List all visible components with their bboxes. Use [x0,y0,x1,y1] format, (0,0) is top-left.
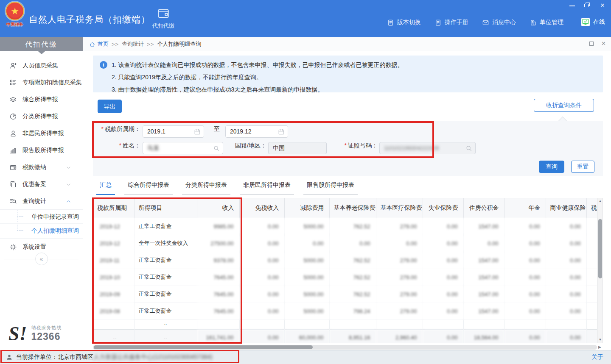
column-header[interactable]: 所得项目 [134,198,197,218]
summary-cell: 0.00 [504,329,546,343]
pane-maximize-icon[interactable] [589,42,594,46]
tab-withholding[interactable]: 代扣代缴 [146,7,180,30]
sidebar-item-special-deduction[interactable]: 专项附加扣除信息采集 [0,74,83,91]
person-icon [9,130,17,137]
table-cell: 0.00 [239,218,284,235]
vertical-scroll-thumb[interactable] [598,219,602,278]
menu-manual[interactable]: 操作手册 [434,19,468,26]
table-cell: 正常工资薪金 [134,218,197,235]
sidebar-item-label: 人员信息采集 [22,62,77,69]
table-row[interactable]: 2019-12正常工资薪金9985.000.005000.00762.52279… [93,218,597,235]
period-to-input[interactable]: 2019.12 [225,125,288,138]
breadcrumb-separator: >> [112,41,119,47]
column-header[interactable]: 失业保险费 [423,198,463,218]
about-link[interactable]: 关于 [591,353,603,361]
hotline-mark: S! [8,325,27,342]
scroll-up-icon[interactable]: ▲ [598,198,603,204]
table-cell: 0.00 [463,235,504,252]
restore-button[interactable] [584,3,590,7]
breadcrumb-current: 个人扣缴明细查询 [157,40,201,48]
close-button[interactable]: ✕ [599,3,606,8]
table-row[interactable]: 2019-12全年一次性奖金收入27500.000.000.000.000.00… [93,235,597,252]
name-input[interactable]: 马某 [143,142,223,154]
table-cell: 279.00 [376,252,423,269]
scroll-right-icon[interactable]: ▶ [598,345,601,350]
table-cell: 正常工资薪金 [134,286,197,303]
notice-box: i 1. 该查询统计表仅能查询已申报成功的数据，不包含未申报、申报失败，已申报但… [93,56,603,92]
table-row[interactable]: 2019-11正常工资薪金9378.000.005000.00762.52279… [93,252,597,269]
doc-icon [434,19,442,26]
column-header[interactable]: 基本医疗保险费 [376,198,423,218]
building-icon [530,19,537,26]
table-cell: 0.00 [546,235,586,252]
scroll-down-icon[interactable]: ▼ [598,337,603,343]
doc-icon [387,19,394,26]
breadcrumb-home[interactable]: 首页 [98,40,109,48]
tab-restricted[interactable]: 限售股所得申报表 [303,181,358,195]
collapse-query-button[interactable]: 收折查询条件 [534,99,594,112]
table-cell: 全年一次性奖金收入 [134,235,197,252]
sidebar-item-nonresident[interactable]: 非居民所得申报 [0,125,83,142]
table-cell: 正常工资薪金 [134,303,197,320]
table-header-row: 税款所属期所得项目收入免税收入减除费用基本养老保险费基本医疗保险费失业保险费住房… [93,198,597,218]
name-label: *姓名： [93,142,140,150]
sidebar-item-classified[interactable]: 分类所得申报 [0,108,83,125]
column-header[interactable]: 税款所属期 [93,198,134,218]
sidebar-subitem-unit-records[interactable]: 单位申报记录查询 [0,210,83,224]
tab-summary[interactable]: 汇总 [96,181,115,195]
table-cell: 7645.00 [197,286,239,303]
table-cell: 0.00 [423,286,463,303]
column-header[interactable]: 住房公积金 [463,198,504,218]
column-header[interactable]: 收入 [197,198,239,218]
column-header[interactable]: 免税收入 [239,198,284,218]
column-header[interactable]: 基本养老保险费 [329,198,376,218]
sidebar-item-personnel[interactable]: 人员信息采集 [0,57,83,74]
table-row[interactable]: 2019-08正常工资薪金7645.000.005000.00798.24279… [93,303,597,320]
table-cell: 9378.00 [197,252,239,269]
current-unit-blurred: 人力资源公共服务中心(12110102300457384) [93,353,213,361]
tab-classified[interactable]: 分类所得申报表 [182,181,230,195]
table-row[interactable]: 2019-09正常工资薪金7645.000.005000.00762.52279… [93,286,597,303]
tab-comprehensive[interactable]: 综合所得申报表 [124,181,173,195]
sidebar-collapse-button[interactable]: « [35,253,48,265]
horizontal-scrollbar[interactable]: ▶ [93,345,597,350]
table-cell: 0.00 [546,303,586,320]
period-from-input[interactable]: 2019.1 [143,125,204,138]
sidebar-item-restricted-shares[interactable]: 限售股所得申报 [0,142,83,159]
breadcrumb-level1[interactable]: 查询统计 [122,40,144,48]
tab-nonresident[interactable]: 非居民所得申报表 [240,181,294,195]
summary-cell: -- [93,329,134,343]
table-cell: 正常工资薪金 [134,269,197,286]
reset-button[interactable]: 重置 [571,161,594,173]
menu-messages[interactable]: 消息中心 [482,19,516,26]
sidebar-item-comprehensive[interactable]: 综合所得申报 [0,91,83,108]
national-emblem-icon: ★ [6,2,24,20]
pane-close-icon[interactable]: ✕ [601,41,606,46]
statusbar: 当前操作单位： 北京市西城区 人力资源公共服务中心(12110102300457… [0,350,611,364]
sidebar-item-preferential[interactable]: 优惠备案 [0,176,83,193]
export-button[interactable]: 导出 [98,100,122,113]
sidebar-subitem-personal-detail[interactable]: 个人扣缴明细查询 [0,224,83,238]
sidebar-item-query-stats[interactable]: 查询统计 [0,193,83,210]
table-cell: 0.00 [546,269,586,286]
table-cell: 5000.00 [284,303,329,320]
menu-org[interactable]: 单位管理 [530,19,563,26]
column-header[interactable]: 减除费用 [284,198,329,218]
sidebar-item-tax-payment[interactable]: 税款缴纳 [0,159,83,176]
column-header[interactable]: 年金 [504,198,546,218]
vertical-scrollbar[interactable]: ▲ ▼ [597,198,603,343]
table-cell: 9985.00 [197,218,239,235]
summary-row: ----161,741.000.0060,000.008,951.162,960… [93,329,597,343]
notice-line: 2. 只能查询2019年及之后的数据，不能进行跨年度查询。 [112,71,598,83]
menu-version[interactable]: 版本切换 [387,19,421,26]
table-cell: 0.00 [239,303,284,320]
horizontal-scroll-thumb[interactable] [94,345,313,349]
table-row[interactable]: 2019-10正常工资薪金7645.000.005000.00762.52279… [93,269,597,286]
table-cell: 0.00 [504,286,546,303]
column-header[interactable]: 税 [586,198,597,218]
table-cell: 5000.00 [284,286,329,303]
query-button[interactable]: 查询 [539,161,564,173]
column-header[interactable]: 商业健康保险 [546,198,586,218]
app-title: 自然人电子税务局（扣缴端） [29,14,150,25]
minimize-button[interactable] [569,3,575,6]
